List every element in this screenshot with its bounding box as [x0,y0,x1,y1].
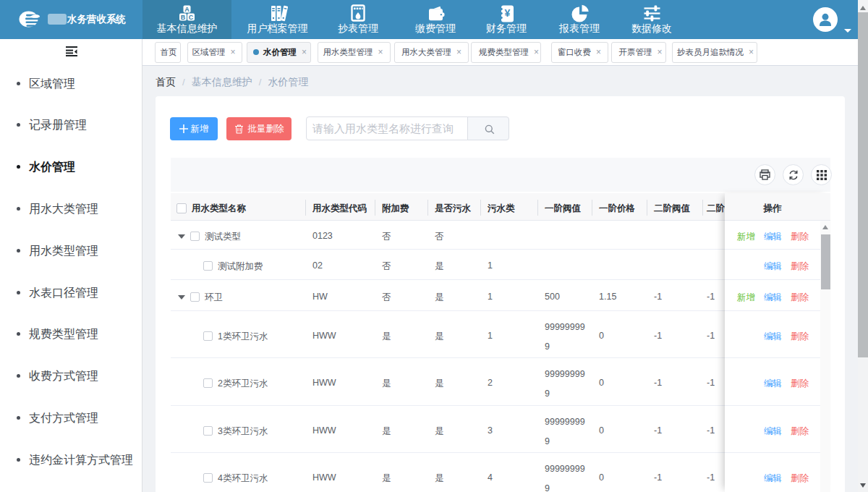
svg-text:B: B [180,14,185,21]
svg-text:¥: ¥ [505,7,511,19]
svg-text:C: C [188,14,193,21]
svg-text:A: A [184,6,190,13]
